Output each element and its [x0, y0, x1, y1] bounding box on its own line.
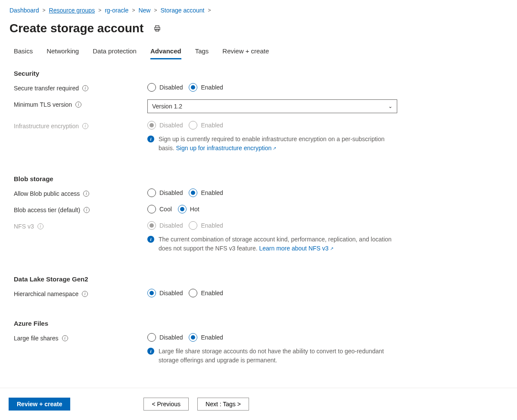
section-files-heading: Azure Files — [14, 320, 508, 327]
chevron-right-icon: > — [152, 7, 159, 13]
secure-transfer-disabled-radio[interactable]: Disabled — [147, 83, 183, 92]
info-icon[interactable]: i — [75, 102, 81, 108]
breadcrumb-new[interactable]: New — [138, 7, 150, 14]
previous-button[interactable]: < Previous — [143, 398, 189, 411]
blob-access-tier-cool-radio[interactable]: Cool — [147, 205, 172, 213]
info-bullet-icon: i — [147, 236, 154, 243]
section-blob-heading: Blob storage — [14, 175, 508, 182]
tab-data-protection[interactable]: Data protection — [93, 46, 137, 59]
min-tls-label: Minimum TLS version — [14, 101, 72, 108]
infra-encryption-signup-link[interactable]: Sign up for infrastructure encryption↗ — [176, 145, 276, 151]
chevron-down-icon: ⌄ — [388, 103, 392, 109]
blob-public-access-label: Allow Blob public access — [14, 190, 80, 197]
infra-encryption-disabled-radio: Disabled — [147, 121, 183, 130]
hns-enabled-radio[interactable]: Enabled — [189, 289, 223, 297]
secure-transfer-radio-group: Disabled Enabled — [147, 83, 397, 92]
blob-public-access-enabled-radio[interactable]: Enabled — [189, 188, 223, 197]
chevron-right-icon: > — [130, 7, 137, 13]
info-icon[interactable]: i — [82, 291, 88, 297]
info-icon[interactable]: i — [84, 207, 90, 213]
large-file-shares-radio-group: Disabled Enabled — [147, 333, 397, 342]
tab-review-create[interactable]: Review + create — [222, 46, 269, 59]
review-create-button[interactable]: Review + create — [9, 398, 70, 411]
chevron-right-icon: > — [206, 7, 212, 13]
info-bullet-icon: i — [147, 136, 154, 142]
secure-transfer-enabled-radio[interactable]: Enabled — [189, 83, 223, 92]
blob-access-tier-radio-group: Cool Hot — [147, 205, 397, 213]
section-datalake-heading: Data Lake Storage Gen2 — [14, 275, 508, 283]
tab-networking[interactable]: Networking — [47, 46, 79, 59]
info-bullet-icon: i — [147, 348, 154, 355]
nfs-radio-group: Disabled Enabled — [147, 221, 397, 230]
nfs-info: i The current combination of storage acc… — [147, 235, 397, 253]
tab-tags[interactable]: Tags — [195, 46, 209, 59]
blob-access-tier-hot-radio[interactable]: Hot — [178, 205, 199, 213]
hns-disabled-radio[interactable]: Disabled — [147, 289, 183, 297]
breadcrumb-dashboard[interactable]: Dashboard — [9, 7, 39, 14]
info-icon[interactable]: i — [37, 223, 44, 229]
external-link-icon: ↗ — [330, 246, 333, 251]
large-file-shares-label: Large file shares — [14, 335, 59, 342]
tab-bar: Basics Networking Data protection Advanc… — [9, 46, 508, 59]
chevron-right-icon: > — [97, 7, 103, 13]
infra-encryption-label: Infrastructure encryption — [14, 123, 79, 130]
wizard-footer: Review + create < Previous Next : Tags > — [0, 388, 517, 420]
large-file-shares-disabled-radio[interactable]: Disabled — [147, 333, 183, 342]
info-icon[interactable]: i — [82, 85, 88, 91]
nfs-enabled-radio: Enabled — [189, 221, 223, 230]
svg-rect-1 — [155, 28, 160, 30]
info-icon[interactable]: i — [83, 191, 89, 197]
infra-encryption-info: i Sign up is currently required to enabl… — [147, 135, 397, 153]
secure-transfer-label: Secure transfer required — [14, 85, 79, 92]
page-title: Create storage account — [9, 22, 143, 35]
tab-advanced[interactable]: Advanced — [150, 46, 181, 59]
blob-access-tier-label: Blob access tier (default) — [14, 207, 80, 213]
info-icon[interactable]: i — [62, 335, 68, 341]
min-tls-select[interactable]: Version 1.2 ⌄ — [147, 99, 397, 113]
large-file-shares-enabled-radio[interactable]: Enabled — [189, 333, 223, 342]
tab-basics[interactable]: Basics — [14, 46, 33, 59]
blob-public-access-radio-group: Disabled Enabled — [147, 188, 397, 197]
hns-radio-group: Disabled Enabled — [147, 289, 397, 297]
nfs-label: NFS v3 — [14, 223, 34, 230]
breadcrumb-resource-groups[interactable]: Resource groups — [49, 7, 95, 14]
infra-encryption-radio-group: Disabled Enabled — [147, 121, 397, 130]
breadcrumb: Dashboard > Resource groups > rg-oracle … — [9, 4, 508, 15]
chevron-right-icon: > — [41, 7, 47, 13]
next-button[interactable]: Next : Tags > — [197, 398, 249, 411]
breadcrumb-rg-oracle[interactable]: rg-oracle — [105, 7, 128, 14]
blob-public-access-disabled-radio[interactable]: Disabled — [147, 188, 183, 197]
nfs-disabled-radio: Disabled — [147, 221, 183, 230]
hns-label: Hierarchical namespace — [14, 290, 78, 297]
large-file-shares-info: i Large file share storage accounts do n… — [147, 347, 397, 365]
info-icon[interactable]: i — [82, 123, 88, 129]
min-tls-value: Version 1.2 — [152, 103, 182, 110]
nfs-learn-more-link[interactable]: Learn more about NFS v3↗ — [259, 245, 333, 252]
infra-encryption-enabled-radio: Enabled — [189, 121, 223, 130]
print-icon[interactable] — [154, 25, 161, 32]
external-link-icon: ↗ — [273, 146, 276, 151]
section-security-heading: Security — [14, 70, 508, 77]
breadcrumb-storage-account[interactable]: Storage account — [160, 7, 204, 14]
